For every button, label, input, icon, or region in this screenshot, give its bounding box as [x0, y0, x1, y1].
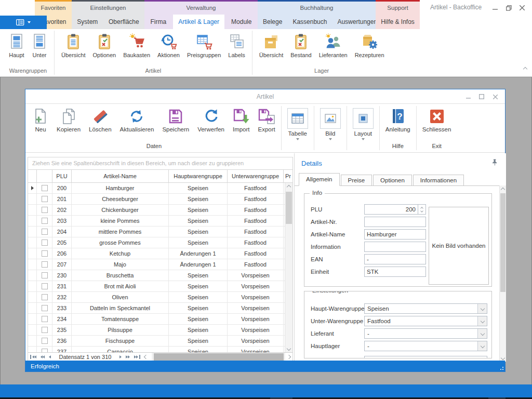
kopieren-button[interactable]: Kopieren: [52, 108, 85, 132]
row-checkbox[interactable]: [42, 218, 48, 224]
row-checkbox[interactable]: [42, 196, 48, 202]
tab-auswertungen[interactable]: Auswertungen: [332, 15, 382, 29]
lieferanten-button[interactable]: Lieferanten: [315, 32, 351, 59]
lager-uebersicht-button[interactable]: Übersicht: [256, 32, 287, 59]
spin-down-icon[interactable]: [420, 209, 423, 212]
schliessen-button[interactable]: Schliessen: [418, 108, 456, 132]
combo-arrow-button[interactable]: [477, 304, 487, 313]
tab-module[interactable]: Module: [226, 15, 257, 29]
pin-button[interactable]: [491, 159, 498, 166]
speichern-button[interactable]: Speichern: [158, 108, 193, 132]
export-button[interactable]: Export: [254, 108, 280, 132]
ribbon-category-verwaltung[interactable]: Verwaltung Firma Artikel & Lager Module: [144, 0, 258, 29]
table-row[interactable]: 204 mittlere Pommes Speisen Fastfood: [28, 227, 292, 237]
labels-button[interactable]: Labels: [224, 32, 248, 59]
import-button[interactable]: Import: [229, 108, 254, 132]
baukasten-button[interactable]: Baukasten: [119, 32, 154, 59]
row-checkbox[interactable]: [42, 338, 48, 344]
scroll-up-button[interactable]: [285, 183, 292, 191]
anleitung-button[interactable]: ? Anleitung: [381, 108, 415, 132]
tab-oberflaeche[interactable]: Oberfläche: [103, 15, 144, 29]
hauptlager-select[interactable]: -: [364, 341, 487, 351]
table-row[interactable]: 233 Datteln im Speckmantel Speisen Vorsp…: [28, 303, 292, 314]
nav-prev-button[interactable]: [47, 355, 53, 358]
nav-last-button[interactable]: [132, 355, 142, 359]
bild-button[interactable]: Bild: [316, 108, 345, 140]
nav-prev-page-button[interactable]: [38, 355, 47, 358]
table-row[interactable]: 207 Majo Änderungen 1 Fastfood: [28, 259, 292, 270]
tab-preise[interactable]: Preise: [341, 175, 373, 186]
inner-maximize-button[interactable]: [475, 91, 488, 102]
grid-horizontal-scrollbar[interactable]: [152, 353, 285, 361]
column-header-cut[interactable]: Pr: [284, 170, 292, 182]
information-field[interactable]: [364, 242, 426, 252]
row-checkbox[interactable]: [42, 261, 48, 268]
tab-optionen[interactable]: Optionen: [373, 175, 412, 186]
unterwarengruppe-select[interactable]: Fastfood: [364, 316, 487, 326]
bestand-button[interactable]: Bestand: [287, 32, 315, 59]
row-checkbox[interactable]: [42, 305, 48, 311]
inner-minimize-button[interactable]: [461, 91, 475, 102]
artikelname-field[interactable]: [364, 229, 426, 240]
ribbon-category-support[interactable]: Support Hilfe & Infos: [376, 0, 420, 29]
tab-system[interactable]: System: [72, 15, 103, 29]
scrollbar-thumb[interactable]: [154, 353, 284, 361]
scroll-up-button[interactable]: [500, 185, 506, 193]
layout-button[interactable]: Layout: [349, 108, 378, 140]
table-row[interactable]: 235 Pilssuppe Speisen Vorspeisen: [28, 325, 292, 336]
aktionen-button[interactable]: Aktionen: [154, 32, 183, 59]
artikel-optionen-button[interactable]: Optionen: [89, 32, 119, 59]
column-header-haupt[interactable]: Hauptwarengruppe: [169, 170, 228, 182]
column-header-name[interactable]: Artikel-Name: [72, 170, 169, 182]
row-checkbox[interactable]: [42, 294, 48, 300]
row-checkbox[interactable]: [42, 349, 48, 352]
row-checkbox[interactable]: [42, 240, 48, 246]
nav-next-page-button[interactable]: [124, 355, 132, 358]
table-row[interactable]: 206 Ketchup Änderungen 1 Fastfood: [28, 248, 292, 259]
table-row[interactable]: 236 Fischsuppe Speisen Vorspeisen: [28, 336, 292, 347]
row-checkbox[interactable]: [42, 229, 48, 235]
ean-field[interactable]: [364, 254, 426, 264]
combo-arrow-button[interactable]: [477, 341, 487, 351]
row-checkbox[interactable]: [42, 327, 48, 333]
row-checkbox[interactable]: [42, 250, 48, 257]
table-row[interactable]: 200 Hamburger Speisen Fastfood: [28, 183, 292, 194]
restore-button[interactable]: [502, 2, 515, 14]
tab-informationen[interactable]: Informationen: [413, 175, 464, 186]
artikelnr-field[interactable]: [364, 217, 426, 227]
unter-button[interactable]: Unter: [28, 32, 51, 59]
ribbon-category-buchhaltung[interactable]: Buchhaltung Belege Kassenbuch Auswertung…: [258, 0, 376, 29]
scroll-down-button[interactable]: [285, 344, 292, 352]
lieferant-select[interactable]: -: [364, 328, 487, 339]
plu-spinner[interactable]: [418, 204, 426, 215]
plu-field[interactable]: [364, 204, 418, 215]
tab-allgemein[interactable]: Allgemein: [299, 173, 340, 186]
hscroll-right-button[interactable]: [285, 355, 292, 358]
table-row[interactable]: 234 Tomatensuppe Speisen Vorspeisen: [28, 314, 292, 325]
grid-vertical-scrollbar[interactable]: [285, 183, 292, 352]
artikel-window-titlebar[interactable]: Artikel: [25, 89, 505, 104]
row-checkbox[interactable]: [42, 283, 48, 289]
minimize-button[interactable]: [488, 2, 502, 14]
row-checkbox[interactable]: [42, 207, 48, 213]
loeschen-button[interactable]: Löschen: [85, 108, 115, 132]
tabelle-button[interactable]: Tabelle: [283, 108, 312, 140]
table-row[interactable]: 231 Brot mit Aioli Speisen Vorspeisen: [28, 281, 292, 292]
haupt-button[interactable]: Haupt: [5, 32, 28, 59]
preisgruppen-button[interactable]: Preisgruppen: [183, 32, 224, 59]
ribbon-collapse-button[interactable]: [524, 65, 527, 72]
resize-grip[interactable]: [499, 366, 503, 370]
tab-artikel-lager[interactable]: Artikel & Lager: [173, 15, 224, 29]
artikel-uebersicht-button[interactable]: Übersicht: [58, 32, 89, 59]
header-checkbox[interactable]: [37, 170, 52, 182]
table-row[interactable]: 201 Cheeseburger Speisen Fastfood: [28, 194, 292, 205]
neu-button[interactable]: Neu: [29, 108, 52, 132]
row-checkbox[interactable]: [42, 272, 48, 278]
table-row[interactable]: 237 Carpaccio Speisen Vorspeisen: [28, 347, 292, 352]
tab-hilfe-infos[interactable]: Hilfe & Infos: [376, 15, 420, 29]
nav-first-button[interactable]: [28, 355, 38, 359]
row-checkbox[interactable]: [42, 316, 48, 322]
table-row[interactable]: 205 grosse Pommes Speisen Fastfood: [28, 237, 292, 248]
column-header-unter[interactable]: Unterwarengruppe: [228, 170, 284, 182]
combo-arrow-button[interactable]: [477, 329, 487, 338]
